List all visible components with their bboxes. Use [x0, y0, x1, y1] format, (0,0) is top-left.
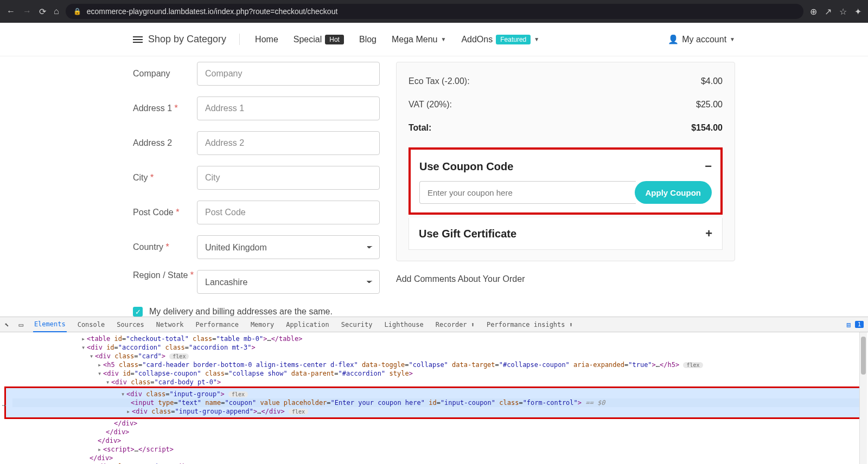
total-label: Total: [409, 123, 431, 133]
dom-line[interactable]: ▸<script>…</script> [0, 445, 868, 454]
nav-home[interactable]: Home [255, 35, 278, 44]
url-text: ecommerce-playground.lambdatest.io/index… [87, 7, 338, 16]
selected-dom-line[interactable]: ▾<div class="input-group"> flex <input t… [4, 386, 864, 419]
devtools-panel: ⬉ ▭ Elements Console Sources Network Per… [0, 317, 868, 464]
same-address-label: My delivery and billing addresses are th… [149, 307, 333, 317]
coupon-input[interactable] [419, 181, 636, 204]
tab-elements[interactable]: Elements [33, 317, 67, 332]
tab-performance[interactable]: Performance [194, 318, 239, 332]
shop-by-category-label: Shop by Category [148, 34, 226, 45]
elements-tree[interactable]: ⋯ ▸<table id="checkout-total" class="tab… [0, 332, 868, 464]
comments-label: Add Comments About Your Order [396, 274, 735, 284]
dom-line[interactable]: ▾<div id="accordion" class="accordion mt… [0, 343, 868, 352]
postcode-label: Post Code * [133, 208, 197, 217]
message-count-badge: 1 [855, 321, 864, 328]
nav-addons[interactable]: AddOns Featured ▼ [461, 35, 539, 44]
tab-recorder[interactable]: Recorder ⬆ [435, 318, 476, 332]
nav-addons-label: AddOns [461, 35, 493, 44]
dom-line[interactable]: ▾<div class="card-body pt-0"> [0, 378, 868, 386]
address-bar[interactable]: 🔒 ecommerce-playground.lambdatest.io/ind… [66, 4, 803, 19]
country-select[interactable]: United Kingdom [197, 235, 380, 259]
dom-line[interactable]: </div> [0, 419, 868, 428]
reload-icon[interactable]: ⟳ [39, 7, 46, 17]
coupon-card: Use Coupon Code − Apply Coupon [409, 147, 723, 215]
eco-tax-value: $4.00 [701, 76, 723, 86]
user-icon: 👤 [668, 34, 679, 44]
order-summary: Eco Tax (-2.00): $4.00 VAT (20%): $25.00… [396, 62, 735, 261]
minus-icon: − [705, 159, 712, 173]
plus-icon: + [705, 227, 712, 241]
coupon-title: Use Coupon Code [419, 160, 513, 173]
region-label: Region / State * [133, 270, 197, 281]
dom-line[interactable]: ▾<div id="collapse-coupon" class="collap… [0, 369, 868, 378]
nav-blog-label: Blog [359, 35, 376, 44]
chevron-down-icon: ▼ [441, 36, 446, 42]
tab-memory[interactable]: Memory [250, 318, 275, 332]
nav-account-label: My account [682, 35, 726, 44]
browser-chrome: ← → ⟳ ⌂ 🔒 ecommerce-playground.lambdates… [0, 0, 868, 23]
chevron-down-icon: ▼ [730, 36, 735, 42]
scrollbar[interactable] [859, 332, 867, 464]
dom-line[interactable]: </div> [0, 428, 868, 436]
back-icon[interactable]: ← [7, 7, 15, 16]
city-field[interactable] [197, 166, 380, 190]
nav-mega-label: Mega Menu [392, 35, 438, 44]
total-value: $154.00 [691, 123, 723, 133]
vat-value: $25.00 [696, 100, 723, 109]
gift-title: Use Gift Certificate [419, 228, 516, 240]
checkbox-checked-icon[interactable]: ✓ [133, 307, 143, 317]
top-nav: Shop by Category Home Special Hot Blog M… [0, 23, 868, 56]
nav-home-label: Home [255, 35, 278, 44]
address2-field[interactable] [197, 131, 380, 155]
nav-my-account[interactable]: 👤 My account ▼ [668, 34, 735, 44]
share-icon[interactable]: ↗ [825, 7, 832, 17]
lock-icon: 🔒 [73, 8, 81, 15]
zoom-icon[interactable]: ⊕ [810, 7, 817, 17]
hamburger-icon [133, 36, 143, 43]
devtools-tabs: ⬉ ▭ Elements Console Sources Network Per… [0, 317, 868, 332]
shop-by-category[interactable]: Shop by Category [133, 34, 240, 45]
apply-coupon-button[interactable]: Apply Coupon [635, 181, 712, 204]
tab-sources[interactable]: Sources [116, 318, 145, 332]
country-label: Country * [133, 242, 197, 252]
nav-special-label: Special [293, 35, 322, 44]
star-icon[interactable]: ☆ [839, 7, 847, 17]
gift-toggle[interactable]: Use Gift Certificate + [419, 223, 712, 244]
chevron-down-icon: ▼ [534, 36, 539, 42]
tab-security[interactable]: Security [340, 318, 374, 332]
company-label: Company [133, 69, 197, 79]
dom-line[interactable]: ▸<table id="checkout-total" class="table… [0, 334, 868, 343]
company-field[interactable] [197, 62, 380, 86]
billing-form: Company Address 1 * Address 2 City * Pos… [133, 56, 380, 317]
city-label: City * [133, 173, 197, 183]
tab-application[interactable]: Application [285, 318, 330, 332]
forward-icon[interactable]: → [23, 7, 31, 16]
messages-icon[interactable]: ▤ [847, 321, 851, 328]
ellipsis-icon[interactable]: ⋯ [2, 402, 6, 409]
tab-console[interactable]: Console [76, 318, 106, 332]
inspect-icon[interactable]: ⬉ [4, 320, 9, 329]
same-address-row[interactable]: ✓ My delivery and billing addresses are … [133, 307, 380, 317]
nav-blog[interactable]: Blog [359, 35, 376, 44]
dom-line[interactable]: </div> [0, 436, 868, 445]
tab-lighthouse[interactable]: Lighthouse [384, 318, 425, 332]
gift-card: Use Gift Certificate + [409, 218, 723, 250]
dom-line[interactable]: ▸<h5 class="card-header border-bottom-0 … [0, 360, 868, 369]
tab-perf-insights[interactable]: Performance insights ⬆ [486, 318, 574, 332]
extensions-icon[interactable]: ✦ [854, 7, 861, 17]
home-icon[interactable]: ⌂ [54, 7, 59, 16]
address1-label: Address 1 * [133, 104, 197, 113]
nav-special[interactable]: Special Hot [293, 35, 344, 44]
postcode-field[interactable] [197, 201, 380, 224]
address1-field[interactable] [197, 96, 380, 120]
eco-tax-label: Eco Tax (-2.00): [409, 76, 470, 86]
featured-badge: Featured [496, 35, 531, 44]
region-select[interactable]: Lancashire [197, 270, 380, 294]
device-icon[interactable]: ▭ [18, 320, 23, 329]
nav-mega-menu[interactable]: Mega Menu ▼ [392, 35, 446, 44]
dom-line[interactable]: ▾<div class="card"> flex [0, 352, 868, 360]
hot-badge: Hot [325, 35, 344, 44]
dom-line[interactable]: </div> [0, 454, 868, 462]
coupon-toggle[interactable]: Use Coupon Code − [419, 155, 712, 178]
tab-network[interactable]: Network [155, 318, 185, 332]
